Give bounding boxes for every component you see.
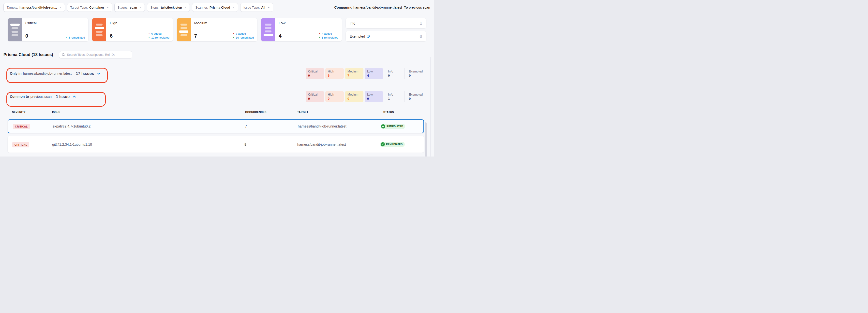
triangle-up-icon: ▲ <box>319 33 321 35</box>
comparing-prefix: Comparing <box>334 5 352 9</box>
section-common-to-toggle[interactable]: Common to previous scan 1 Issue <box>10 94 76 99</box>
added-delta: ▲ 4 added <box>319 32 332 36</box>
filter-label: Targets: <box>7 6 18 9</box>
issue-name: git@1:2.34.1-1ubuntu1.10 <box>52 142 238 146</box>
summary-card-critical[interactable]: Critical 0 ▼ 3 remediated <box>8 18 88 41</box>
panel-title: Prisma Cloud (18 Issues) <box>3 52 53 57</box>
filter-issue-type[interactable]: Issue Type: All <box>240 3 273 12</box>
chevron-down-icon <box>184 6 187 9</box>
chip-label: Exempted <box>409 93 425 96</box>
remediated-delta: ▼ 12 remediated <box>148 36 169 40</box>
severity-chip-row: Critical 0 High 0 Medium 0 Low 0 Info 1 … <box>306 91 427 102</box>
filter-label: Issue Type: <box>243 6 260 9</box>
triangle-down-icon: ▼ <box>319 37 321 39</box>
summary-card-high[interactable]: High 6 ▲ 6 added ▼ 12 remediated <box>92 18 173 41</box>
chip-value: 0 <box>308 74 322 77</box>
summary-card-medium[interactable]: Medium 7 ▲ 7 added ▼ 16 remediated <box>177 18 257 41</box>
card-label: Low <box>279 21 338 25</box>
vertical-scrollbar[interactable] <box>425 123 427 156</box>
filter-stages[interactable]: Stages: scan <box>114 3 145 12</box>
summary-card-low[interactable]: Low 4 ▲ 4 added ▼ 3 remediated <box>261 18 342 41</box>
filter-value: Prisma Cloud <box>210 6 230 9</box>
comparing-summary: Comparing harness/bandit-job-runner:late… <box>334 5 431 9</box>
section-target: harness/bandit-job-runner:latest <box>23 71 71 75</box>
chip-value: 4 <box>367 74 381 77</box>
chip-value: 0 <box>308 97 322 101</box>
filter-targets[interactable]: Targets: harness/bandit-job-run... <box>3 3 65 12</box>
chip-value: 6 <box>328 74 341 77</box>
column-header-status: STATUS <box>373 110 424 113</box>
chevron-down-icon <box>268 6 270 9</box>
chip-label: Info <box>388 70 402 73</box>
chevron-down-icon <box>139 6 142 9</box>
filter-target-type[interactable]: Target Type: Container <box>67 3 112 12</box>
card-label: High <box>110 21 169 25</box>
panel-edge-divider <box>430 57 431 156</box>
chevron-up-icon <box>72 95 76 99</box>
status-label: REMEDIATED <box>386 143 403 146</box>
summary-card-info[interactable]: Info 1 <box>346 18 426 28</box>
comparing-target: harness/bandit-job-runner:latest <box>353 5 402 9</box>
column-header-occurrences: OCCURRENCES <box>238 110 291 113</box>
severity-chip-row: Critical 0 High 6 Medium 7 Low 4 Info 0 … <box>306 68 427 79</box>
added-delta: ▲ 6 added <box>148 32 161 36</box>
comparing-connector: To <box>404 5 408 9</box>
table-row[interactable]: CRITICAL expat@2.4.7-1ubuntu0.2 7 harnes… <box>8 119 424 133</box>
triangle-down-icon: ▼ <box>65 37 67 39</box>
remediated-text: 12 remediated <box>151 36 169 40</box>
chip-low: Low 0 <box>365 91 383 102</box>
filter-scanner[interactable]: Scanner: Prisma Cloud <box>192 3 238 12</box>
card-count: 0 <box>420 34 422 39</box>
chip-label: High <box>328 70 341 73</box>
triangle-up-icon: ▲ <box>148 33 150 35</box>
status-label: REMEDIATED <box>386 125 403 128</box>
chip-critical: Critical 0 <box>306 68 324 79</box>
card-count: 0 <box>25 33 28 39</box>
section-only-in-toggle[interactable]: Only in harness/bandit-job-runner:latest… <box>10 71 100 76</box>
card-count: 1 <box>420 21 422 26</box>
remediated-text: 3 remediated <box>322 36 338 40</box>
section-prefix: Only in <box>10 71 21 75</box>
severity-badge: CRITICAL <box>13 124 30 129</box>
chip-value: 7 <box>347 74 361 77</box>
added-text: 7 added <box>236 32 246 36</box>
status-badge: REMEDIATED <box>381 124 405 129</box>
section-prefix: Common to <box>10 95 29 99</box>
card-count: 6 <box>110 33 113 39</box>
chip-value: 1 <box>388 97 402 101</box>
severity-bars-icon <box>8 18 22 41</box>
severity-summary-row: Critical 0 ▼ 3 remediated High 6 <box>0 18 434 41</box>
check-icon <box>381 142 385 146</box>
remediated-delta: ▼ 3 remediated <box>65 36 85 40</box>
search-input[interactable] <box>67 53 130 57</box>
chip-exempted: Exempted 0 <box>405 91 427 102</box>
chip-label: Medium <box>347 70 361 73</box>
table-row[interactable]: CRITICAL git@1:2.34.1-1ubuntu1.10 8 harn… <box>8 136 424 152</box>
chevron-down-icon <box>232 6 235 9</box>
section-only-in: Only in harness/bandit-job-runner:latest… <box>0 65 434 81</box>
issues-panel-header: Prisma Cloud (18 Issues) <box>0 51 434 59</box>
filter-steps[interactable]: Steps: twistlock step <box>147 3 190 12</box>
chevron-down-icon <box>97 72 100 75</box>
filter-bar: Targets: harness/bandit-job-run... Targe… <box>0 0 434 12</box>
occurrences-count: 8 <box>238 142 291 146</box>
filter-label: Scanner: <box>195 6 208 9</box>
chip-label: Low <box>367 70 381 73</box>
filter-label: Target Type: <box>70 6 88 9</box>
column-header-issue: ISSUE <box>52 110 238 113</box>
remediated-text: 3 remediated <box>68 36 85 40</box>
info-icon[interactable] <box>367 35 370 38</box>
filter-value: scan <box>130 6 137 9</box>
chip-label: High <box>328 93 341 96</box>
severity-badge: CRITICAL <box>12 142 29 147</box>
chevron-down-icon <box>59 6 62 9</box>
filter-value: All <box>261 6 265 9</box>
target-name: harness/bandit-job-runner:latest <box>291 142 373 146</box>
chip-value: 0 <box>388 74 402 77</box>
section-target: previous scan <box>30 95 52 99</box>
summary-card-exempted[interactable]: Exempted 0 <box>346 31 426 41</box>
chip-label: Critical <box>308 70 322 73</box>
chip-info: Info 0 <box>384 68 404 79</box>
section-common-to: Common to previous scan 1 Issue Critical… <box>0 89 434 104</box>
chip-label: Exempted <box>409 70 425 73</box>
